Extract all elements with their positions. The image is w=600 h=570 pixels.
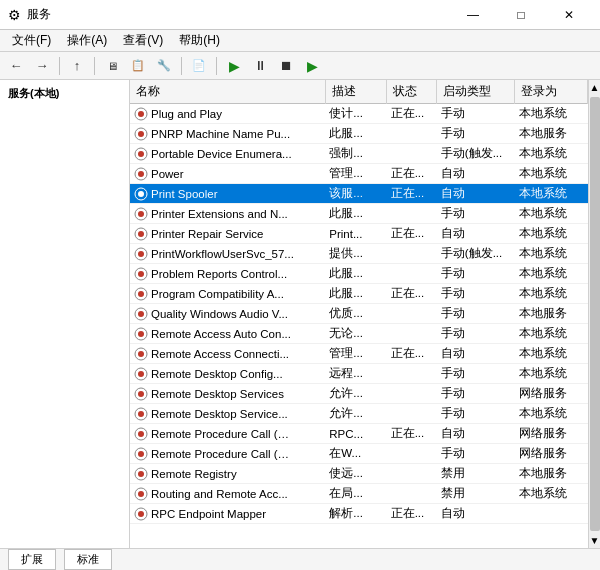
scroll-down-button[interactable]: ▼: [588, 533, 600, 548]
service-desc-cell: 优质...: [325, 304, 386, 324]
restart-button[interactable]: ▶: [300, 55, 324, 77]
service-name-cell: Remote Desktop Services: [130, 384, 325, 404]
tab-standard[interactable]: 标准: [64, 549, 112, 570]
service-startup-cell: 手动: [437, 304, 515, 324]
service-desc-cell: 管理...: [325, 344, 386, 364]
service-icon: [134, 427, 148, 441]
table-row[interactable]: Portable Device Enumera...强制...手动(触发...本…: [130, 144, 588, 164]
service-status-cell: 正在...: [387, 104, 437, 124]
properties-button[interactable]: 📋: [126, 55, 150, 77]
service-desc-cell: 该服...: [325, 184, 386, 204]
service-startup-cell: 自动: [437, 224, 515, 244]
service-name-cell: Remote Access Auto Con...: [130, 324, 325, 344]
pause-button[interactable]: ⏸: [248, 55, 272, 77]
table-row[interactable]: Remote Procedure Call (…在W...手动网络服务: [130, 444, 588, 464]
service-login-cell: 本地服务: [515, 304, 588, 324]
table-row[interactable]: Remote Desktop Service...允许...手动本地系统: [130, 404, 588, 424]
menu-view[interactable]: 查看(V): [115, 30, 171, 51]
service-name-label: Remote Procedure Call (…: [151, 428, 289, 440]
tab-extend[interactable]: 扩展: [8, 549, 56, 570]
svg-point-23: [138, 331, 144, 337]
svg-point-37: [138, 471, 144, 477]
service-desc-cell: 在W...: [325, 444, 386, 464]
services-scroll[interactable]: 名称 描述 状态 启动类型 登录为 Plug and Play使计...正在..…: [130, 80, 588, 548]
service-status-cell: [387, 444, 437, 464]
stop-button[interactable]: ⏹: [274, 55, 298, 77]
header-login[interactable]: 登录为: [515, 80, 588, 104]
table-row[interactable]: Remote Desktop Config...远程...手动本地系统: [130, 364, 588, 384]
menu-bar: 文件(F) 操作(A) 查看(V) 帮助(H): [0, 30, 600, 52]
menu-action[interactable]: 操作(A): [59, 30, 115, 51]
menu-help[interactable]: 帮助(H): [171, 30, 228, 51]
close-button[interactable]: ✕: [546, 0, 592, 30]
maximize-button[interactable]: □: [498, 0, 544, 30]
table-row[interactable]: Remote Access Auto Con...无论...手动本地系统: [130, 324, 588, 344]
table-row[interactable]: PNRP Machine Name Pu...此服...手动本地服务: [130, 124, 588, 144]
table-row[interactable]: Problem Reports Control...此服...手动本地系统: [130, 264, 588, 284]
table-row[interactable]: RPC Endpoint Mapper解析...正在...自动: [130, 504, 588, 524]
header-name[interactable]: 名称: [130, 80, 325, 104]
service-desc-cell: 允许...: [325, 404, 386, 424]
table-row[interactable]: Program Compatibility A...此服...正在...手动本地…: [130, 284, 588, 304]
table-row[interactable]: Remote Procedure Call (…RPC...正在...自动网络服…: [130, 424, 588, 444]
table-row[interactable]: Remote Desktop Services允许...手动网络服务: [130, 384, 588, 404]
scrollbar[interactable]: ▲ ▼: [588, 80, 600, 548]
table-row[interactable]: Printer Extensions and N...此服...手动本地系统: [130, 204, 588, 224]
toolbar-separator-4: [216, 57, 217, 75]
svg-point-1: [138, 111, 144, 117]
service-startup-cell: 手动(触发...: [437, 144, 515, 164]
minimize-button[interactable]: —: [450, 0, 496, 30]
header-startup[interactable]: 启动类型: [437, 80, 515, 104]
refresh-button[interactable]: 🔧: [152, 55, 176, 77]
menu-file[interactable]: 文件(F): [4, 30, 59, 51]
service-login-cell: 网络服务: [515, 384, 588, 404]
service-desc-cell: 使计...: [325, 104, 386, 124]
table-row[interactable]: Routing and Remote Acc...在局...禁用本地系统: [130, 484, 588, 504]
service-startup-cell: 手动(触发...: [437, 244, 515, 264]
table-row[interactable]: Plug and Play使计...正在...手动本地系统: [130, 104, 588, 124]
service-status-cell: [387, 404, 437, 424]
export-button[interactable]: 📄: [187, 55, 211, 77]
table-row[interactable]: PrintWorkflowUserSvc_57...提供...手动(触发...本…: [130, 244, 588, 264]
service-name-label: PrintWorkflowUserSvc_57...: [151, 248, 294, 260]
service-startup-cell: 手动: [437, 324, 515, 344]
header-status[interactable]: 状态: [387, 80, 437, 104]
table-row[interactable]: Power管理...正在...自动本地系统: [130, 164, 588, 184]
service-startup-cell: 手动: [437, 264, 515, 284]
service-status-cell: [387, 364, 437, 384]
service-icon: [134, 127, 148, 141]
table-row[interactable]: Quality Windows Audio V...优质...手动本地服务: [130, 304, 588, 324]
table-row[interactable]: Printer Repair ServicePrint...正在...自动本地系…: [130, 224, 588, 244]
table-row[interactable]: Remote Access Connecti...管理...正在...自动本地系…: [130, 344, 588, 364]
svg-point-13: [138, 231, 144, 237]
service-name-cell: Portable Device Enumera...: [130, 144, 325, 164]
service-status-cell: [387, 384, 437, 404]
scroll-up-button[interactable]: ▲: [588, 80, 600, 95]
service-name-cell: Remote Desktop Service...: [130, 404, 325, 424]
service-status-cell: [387, 264, 437, 284]
forward-button[interactable]: →: [30, 55, 54, 77]
header-desc[interactable]: 描述: [325, 80, 386, 104]
show-hide-button[interactable]: 🖥: [100, 55, 124, 77]
service-startup-cell: 自动: [437, 184, 515, 204]
service-icon: [134, 487, 148, 501]
status-bar: 扩展 标准: [0, 548, 600, 570]
service-icon: [134, 287, 148, 301]
service-icon: [134, 347, 148, 361]
service-status-cell: 正在...: [387, 184, 437, 204]
service-login-cell: 本地系统: [515, 164, 588, 184]
back-button[interactable]: ←: [4, 55, 28, 77]
service-status-cell: 正在...: [387, 344, 437, 364]
service-name-cell: Printer Extensions and N...: [130, 204, 325, 224]
play-button[interactable]: ▶: [222, 55, 246, 77]
table-row[interactable]: Remote Registry使远...禁用本地服务: [130, 464, 588, 484]
up-button[interactable]: ↑: [65, 55, 89, 77]
service-icon: [134, 447, 148, 461]
service-desc-cell: 无论...: [325, 324, 386, 344]
service-startup-cell: 自动: [437, 164, 515, 184]
table-row[interactable]: Print Spooler该服...正在...自动本地系统: [130, 184, 588, 204]
service-name-label: Remote Registry: [151, 468, 237, 480]
service-icon: [134, 187, 148, 201]
service-name-label: Remote Desktop Config...: [151, 368, 283, 380]
toolbar: ← → ↑ 🖥 📋 🔧 📄 ▶ ⏸ ⏹ ▶: [0, 52, 600, 80]
